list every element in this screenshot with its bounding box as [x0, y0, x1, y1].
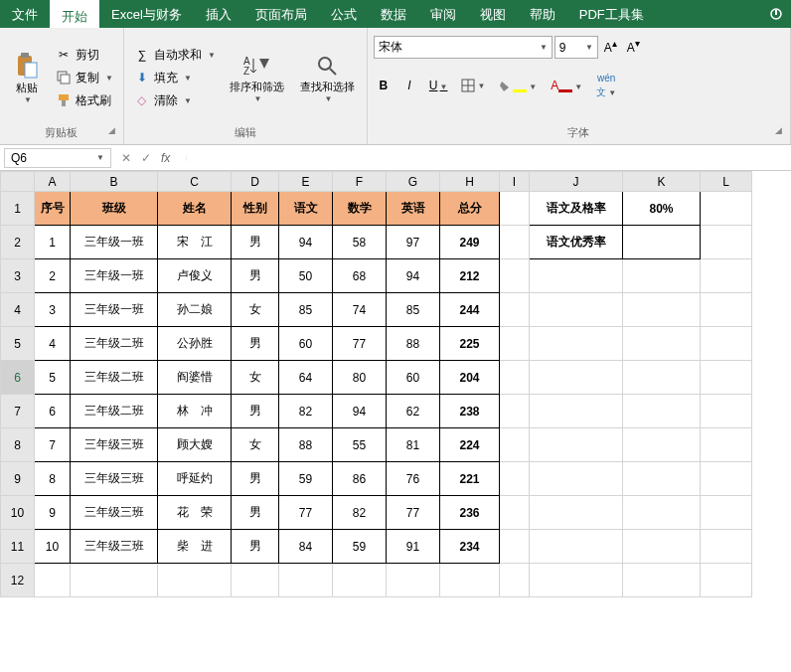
cell[interactable]: 10 — [35, 530, 71, 564]
col-header[interactable]: C — [158, 172, 232, 192]
row-header[interactable]: 12 — [1, 564, 35, 597]
tab-page-layout[interactable]: 页面布局 — [243, 0, 319, 28]
cell[interactable] — [500, 192, 530, 226]
cell[interactable]: 总分 — [440, 192, 500, 226]
cell[interactable]: 204 — [440, 361, 500, 395]
cell[interactable]: 花 荣 — [158, 496, 232, 530]
cell[interactable] — [500, 293, 530, 327]
cell[interactable]: 三年级三班 — [71, 496, 158, 530]
cell[interactable]: 三年级二班 — [71, 361, 158, 395]
cell[interactable]: 语文 — [279, 192, 333, 226]
format-painter-button[interactable]: 格式刷 — [52, 90, 117, 111]
cell[interactable]: 男 — [232, 259, 279, 293]
cell[interactable] — [701, 293, 752, 327]
tab-pdf-tools[interactable]: PDF工具集 — [567, 0, 656, 28]
font-name-select[interactable]: 宋体▼ — [374, 36, 553, 59]
cell[interactable] — [701, 395, 752, 428]
cell[interactable] — [500, 428, 530, 462]
bold-button[interactable]: B — [374, 77, 394, 94]
cell[interactable] — [500, 462, 530, 496]
cell[interactable]: 男 — [232, 496, 279, 530]
cell[interactable]: 女 — [232, 428, 279, 462]
cell[interactable] — [701, 530, 752, 564]
select-all-corner[interactable] — [1, 172, 35, 192]
paste-button[interactable]: 粘贴 ▼ — [6, 32, 48, 123]
cell[interactable]: 男 — [232, 462, 279, 496]
cell[interactable]: 三年级三班 — [71, 428, 158, 462]
cell[interactable]: 59 — [333, 530, 387, 564]
cell[interactable]: 85 — [279, 293, 333, 327]
cell[interactable]: 三年级二班 — [71, 327, 158, 361]
cell[interactable]: 公孙胜 — [158, 327, 232, 361]
sort-filter-button[interactable]: AZ 排序和筛选▼ — [224, 32, 290, 123]
col-header[interactable]: L — [701, 172, 752, 192]
fill-button[interactable]: ⬇填充▼ — [130, 68, 220, 88]
cell[interactable] — [530, 395, 623, 428]
cell[interactable] — [530, 564, 623, 597]
cell[interactable]: 男 — [232, 226, 279, 259]
cell[interactable] — [623, 226, 701, 259]
cell[interactable]: 74 — [333, 293, 387, 327]
cell[interactable] — [701, 226, 752, 259]
cell[interactable] — [701, 564, 752, 597]
cell[interactable]: 柴 进 — [158, 530, 232, 564]
cell[interactable]: 59 — [279, 462, 333, 496]
cell[interactable]: 6 — [35, 395, 71, 428]
cell[interactable]: 221 — [440, 462, 500, 496]
cell[interactable]: 孙二娘 — [158, 293, 232, 327]
clear-button[interactable]: ◇清除▼ — [130, 90, 220, 111]
cell[interactable]: 数学 — [333, 192, 387, 226]
row-header[interactable]: 9 — [1, 462, 35, 496]
cell[interactable] — [701, 192, 752, 226]
italic-button[interactable]: I — [399, 77, 419, 94]
row-header[interactable]: 5 — [1, 327, 35, 361]
row-header[interactable]: 1 — [1, 192, 35, 226]
cell[interactable] — [333, 564, 387, 597]
cell[interactable]: 60 — [279, 327, 333, 361]
cell[interactable]: 77 — [387, 496, 440, 530]
cell[interactable]: 58 — [333, 226, 387, 259]
cell[interactable] — [530, 496, 623, 530]
cell[interactable]: 呼延灼 — [158, 462, 232, 496]
cell[interactable]: 3 — [35, 293, 71, 327]
phonetic-button[interactable]: wén文▼ — [592, 69, 620, 101]
cell[interactable]: 语文及格率 — [530, 192, 623, 226]
font-size-select[interactable]: 9▼ — [554, 36, 598, 59]
fx-icon[interactable]: fx — [161, 151, 176, 165]
col-header[interactable]: I — [500, 172, 530, 192]
tab-data[interactable]: 数据 — [369, 0, 418, 28]
cell[interactable] — [623, 259, 701, 293]
col-header[interactable]: G — [387, 172, 440, 192]
cell[interactable]: 女 — [232, 361, 279, 395]
cell[interactable]: 卢俊义 — [158, 259, 232, 293]
cell[interactable] — [623, 395, 701, 428]
cell[interactable] — [530, 293, 623, 327]
cell[interactable]: 234 — [440, 530, 500, 564]
cell[interactable]: 81 — [387, 428, 440, 462]
row-header[interactable]: 2 — [1, 226, 35, 259]
cell[interactable]: 班级 — [71, 192, 158, 226]
cell[interactable]: 9 — [35, 496, 71, 530]
cell[interactable]: 97 — [387, 226, 440, 259]
cell[interactable] — [530, 259, 623, 293]
cell[interactable]: 7 — [35, 428, 71, 462]
cell[interactable]: 88 — [387, 327, 440, 361]
cell[interactable]: 宋 江 — [158, 226, 232, 259]
cell[interactable]: 林 冲 — [158, 395, 232, 428]
cell[interactable]: 英语 — [387, 192, 440, 226]
cell[interactable]: 语文优秀率 — [530, 226, 623, 259]
formula-input[interactable] — [186, 155, 791, 161]
col-header[interactable]: H — [440, 172, 500, 192]
cell[interactable]: 77 — [333, 327, 387, 361]
cell[interactable]: 85 — [387, 293, 440, 327]
cell[interactable] — [500, 327, 530, 361]
cell[interactable] — [701, 327, 752, 361]
cell[interactable]: 4 — [35, 327, 71, 361]
cell[interactable]: 三年级三班 — [71, 530, 158, 564]
cell[interactable]: 60 — [387, 361, 440, 395]
cell[interactable]: 82 — [279, 395, 333, 428]
name-box[interactable]: Q6▼ — [4, 148, 111, 168]
cell[interactable]: 男 — [232, 395, 279, 428]
cell[interactable] — [500, 564, 530, 597]
cell[interactable] — [530, 462, 623, 496]
